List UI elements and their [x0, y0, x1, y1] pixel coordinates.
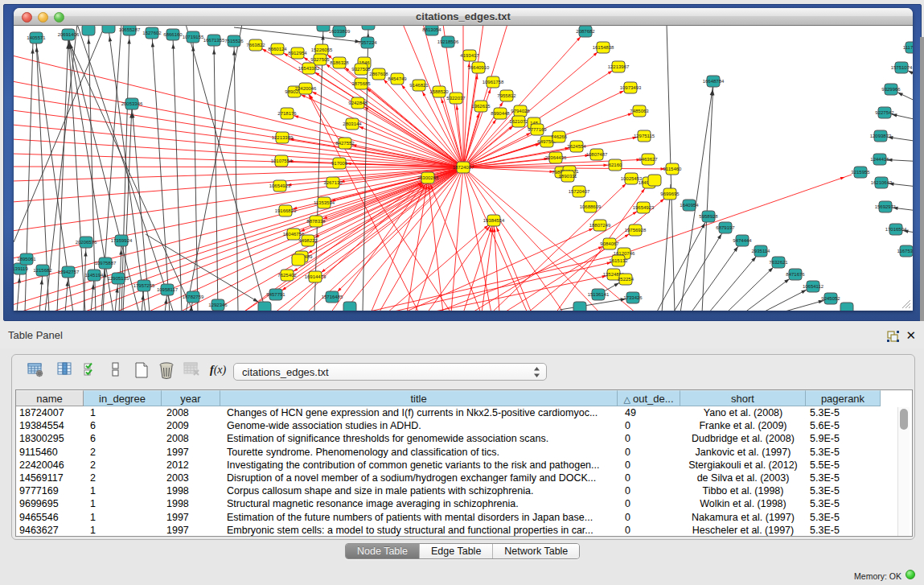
column-header-name[interactable]: name: [16, 390, 84, 406]
table-row[interactable]: 1938455462009Genome-wide association stu…: [16, 419, 912, 433]
network-canvas[interactable]: 1405571206914061065528715276026866160107…: [14, 26, 913, 311]
column-header-pagerank[interactable]: pagerank: [806, 390, 881, 406]
table-cell-out_degree: 0: [618, 497, 680, 511]
graph-node-label: 12213967: [608, 64, 630, 69]
column-header-label: out_de...: [633, 393, 674, 405]
table-header-row: namein_degreeyeartitle△out_de...shortpag…: [16, 390, 912, 406]
table-cell-year: 2008: [162, 432, 220, 446]
table-row[interactable]: 1830029562008Estimation of significance …: [16, 432, 912, 446]
table-row[interactable]: 977716911998Corpus callosum shape and si…: [16, 484, 912, 498]
edge-arrowhead: [103, 272, 106, 278]
function-builder-icon[interactable]: f(x): [210, 364, 226, 377]
close-panel-icon[interactable]: ✕: [906, 328, 916, 343]
column-header-out_degree[interactable]: △out_de...: [618, 390, 680, 406]
column-header-in_degree[interactable]: in_degree: [84, 390, 162, 406]
edge-arrowhead: [488, 89, 491, 93]
graph-node-label: 7625402: [277, 273, 297, 278]
graph-edge: [358, 103, 463, 167]
table-cell-year: 2008: [162, 406, 220, 420]
network-window: 1405571206914061065528715276026866160107…: [14, 8, 913, 311]
table-cell-name: 9699695: [16, 497, 84, 511]
network-window-title: citations_edges.txt: [14, 10, 913, 23]
edge-arrowhead: [232, 50, 236, 56]
column-header-title[interactable]: title: [220, 390, 618, 406]
table-row[interactable]: 946554611997Estimation of the future num…: [16, 511, 912, 525]
graph-node-label: 9227542: [875, 110, 894, 115]
table-row[interactable]: 1872400712008Changes of HCN gene express…: [16, 406, 912, 420]
table-row[interactable]: 969969511998Structural magnetic resonanc…: [16, 497, 912, 511]
graph-node-label: 8660124: [268, 47, 287, 51]
graph-node[interactable]: [362, 26, 375, 30]
delete-columns-icon[interactable]: [158, 362, 175, 379]
select-columns-icon[interactable]: [84, 362, 97, 376]
tab-edge-table[interactable]: Edge Table: [420, 544, 493, 558]
tab-network-table[interactable]: Network Table: [493, 544, 579, 558]
table-row[interactable]: 911546021997Tourette syndrome. Phenomeno…: [16, 446, 912, 459]
graph-node-label: 3624554: [567, 144, 586, 149]
row-layout-icon[interactable]: [112, 362, 119, 377]
table-cell-title: Estimation of the future numbers of pati…: [220, 511, 618, 525]
table-cell-name: 9115460: [16, 446, 84, 459]
table-scrollbar-thumb[interactable]: [900, 409, 908, 430]
graph-node[interactable]: [292, 254, 305, 266]
graph-edge: [680, 83, 713, 311]
table-settings-icon[interactable]: [27, 362, 43, 377]
graph-node-label: 12213389: [272, 135, 294, 140]
column-header-label: pagerank: [821, 393, 864, 405]
graph-node-label: 16640910: [468, 65, 490, 70]
new-table-icon[interactable]: [134, 362, 149, 378]
column-header-year[interactable]: year: [162, 390, 220, 406]
graph-node-label: 9327505: [310, 57, 330, 62]
delete-table-icon[interactable]: [183, 362, 199, 376]
graph-node[interactable]: [648, 175, 661, 186]
graph-node-label: 4498222: [298, 238, 318, 243]
graph-node[interactable]: [840, 303, 853, 311]
graph-node-label: 5322037: [446, 96, 466, 101]
table-cell-short: Hescheler et al. (1997): [680, 524, 806, 537]
edge-arrowhead: [164, 299, 167, 304]
table-scrollbar[interactable]: [897, 407, 910, 536]
column-header-short[interactable]: short: [680, 390, 806, 406]
edge-arrowhead: [364, 107, 369, 110]
graph-node-label: 11353594: [314, 200, 335, 205]
graph-node[interactable]: [82, 26, 95, 35]
graph-edge: [482, 220, 494, 311]
graph-edge: [14, 26, 105, 242]
graph-node-label: 9329966: [881, 87, 901, 92]
table-row[interactable]: 2242004622012Investigating the contribut…: [16, 459, 912, 472]
graph-node-label: 5958928: [699, 214, 718, 219]
graph-node[interactable]: [102, 26, 115, 33]
table-cell-short: Jankovic et al. (1997): [680, 446, 806, 459]
graph-node-label: 16046756: [283, 232, 305, 237]
table-cell-name: 19384554: [16, 419, 84, 433]
float-window-icon[interactable]: [887, 331, 899, 342]
edge-arrowhead: [603, 163, 608, 167]
graph-node-label: 8186328: [330, 60, 349, 65]
graph-node[interactable]: [258, 302, 271, 311]
edge-arrowhead: [717, 234, 721, 240]
edge-arrowhead: [109, 36, 112, 42]
table-row[interactable]: 946362711997Embryonic stem cells: a mode…: [16, 524, 912, 537]
node-table: namein_degreeyeartitle△out_de...shortpag…: [15, 389, 913, 537]
resize-grip[interactable]: [900, 299, 911, 309]
table-cell-short: Tibbo et al. (1998): [680, 484, 806, 498]
graph-node[interactable]: [343, 302, 356, 311]
show-columns-icon[interactable]: [57, 362, 72, 376]
table-cell-year: 1997: [162, 524, 220, 537]
graph-node[interactable]: [317, 26, 330, 31]
table-selector-dropdown[interactable]: citations_edges.txt: [233, 363, 547, 381]
graph-node-label: 1640954: [680, 203, 699, 208]
tab-node-table[interactable]: Node Table: [346, 544, 420, 558]
table-cell-year: 1998: [162, 484, 220, 498]
graph-node-label: 10719155: [183, 35, 204, 39]
edge-arrowhead: [628, 113, 633, 116]
graph-node-label: 8912954: [288, 51, 307, 56]
table-cell-title: Embryonic stem cells: a model to study s…: [220, 524, 618, 537]
graph-node-label: 1117270: [903, 45, 913, 50]
table-cell-out_degree: 0: [618, 524, 680, 537]
graph-node-label: 10958117: [157, 287, 179, 292]
table-row[interactable]: 1456911722003Disruption of a novel membe…: [16, 472, 912, 485]
graph-node-label: 3875685: [351, 81, 371, 86]
table-cell-pagerank: 5.6E-5: [806, 419, 881, 433]
graph-node[interactable]: [573, 302, 586, 311]
